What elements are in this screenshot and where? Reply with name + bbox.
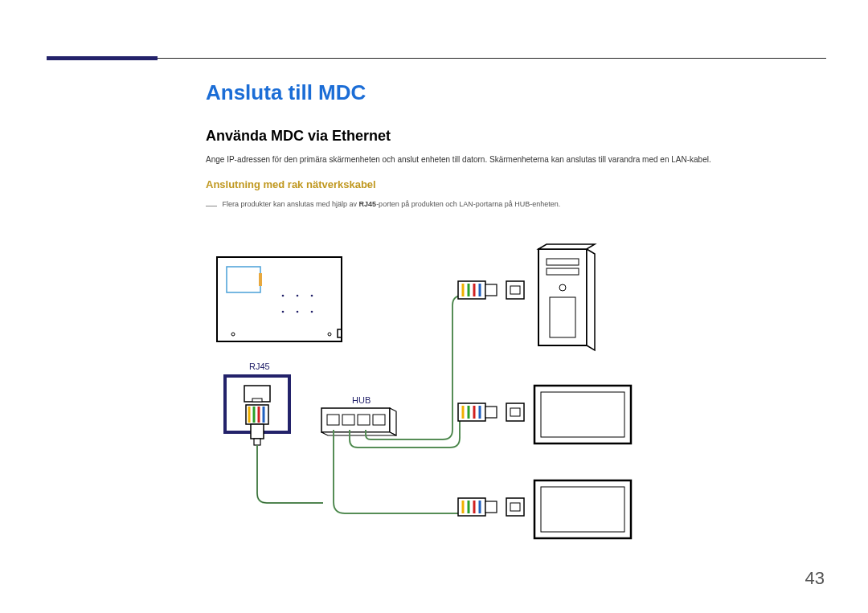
monitor-back-icon [217, 257, 342, 341]
note-text-post: -porten på produkten och LAN-portarna på… [376, 200, 560, 208]
svg-rect-58 [541, 487, 624, 532]
rj45-connector-pc-icon [458, 281, 524, 299]
note-text-bold: RJ45 [359, 200, 377, 208]
svg-rect-1 [227, 267, 260, 292]
label-rj45: RJ45 [249, 362, 270, 371]
svg-point-5 [311, 295, 313, 297]
footnote: ― Flera produkter kan anslutas med hjälp… [206, 198, 826, 211]
svg-point-29 [559, 284, 566, 291]
svg-rect-19 [251, 424, 264, 439]
dash-icon: ― [206, 198, 217, 211]
svg-rect-46 [510, 408, 520, 416]
svg-point-9 [231, 333, 235, 336]
rj45-plug-icon [246, 405, 268, 445]
svg-rect-25 [373, 415, 385, 425]
page-number: 43 [805, 568, 825, 589]
diagram-svg [217, 249, 667, 570]
svg-rect-22 [327, 415, 339, 425]
svg-rect-44 [485, 407, 497, 418]
svg-rect-20 [254, 439, 260, 445]
svg-rect-56 [510, 503, 520, 511]
svg-rect-48 [541, 392, 624, 437]
heading-1: Ansluta till MDC [206, 80, 826, 105]
display-2-icon [534, 480, 631, 538]
note-text-pre: Flera produkter kan anslutas med hjälp a… [223, 200, 359, 208]
pc-tower-icon [538, 244, 595, 350]
intro-paragraph: Ange IP-adressen för den primära skärmen… [206, 154, 826, 166]
header-accent [47, 56, 158, 60]
svg-point-7 [297, 311, 299, 313]
svg-rect-28 [547, 268, 579, 275]
svg-rect-36 [485, 284, 497, 296]
header-rule [47, 58, 826, 59]
svg-point-10 [328, 333, 331, 336]
svg-rect-54 [485, 501, 497, 513]
svg-rect-27 [547, 259, 579, 265]
rj45-connector-d1-icon [458, 403, 524, 421]
heading-2: Använda MDC via Ethernet [206, 128, 826, 145]
svg-point-4 [297, 295, 299, 297]
svg-point-6 [282, 311, 285, 313]
content-area: Ansluta till MDC Använda MDC via Etherne… [206, 80, 826, 219]
svg-rect-38 [510, 286, 520, 294]
display-1-icon [534, 386, 631, 443]
svg-point-8 [311, 311, 313, 313]
cable-to-display3 [334, 430, 469, 513]
hub-icon [321, 408, 396, 435]
label-hub: HUB [352, 395, 371, 405]
svg-rect-23 [342, 415, 354, 425]
svg-rect-24 [358, 415, 370, 425]
svg-point-3 [282, 295, 285, 297]
svg-rect-30 [550, 297, 575, 337]
cable-1 [257, 445, 323, 503]
connection-diagram: RJ45 HUB [217, 249, 667, 570]
svg-rect-0 [217, 257, 342, 341]
svg-rect-13 [252, 398, 262, 402]
rj45-connector-d2-icon [458, 498, 524, 516]
heading-3: Anslutning med rak nätverkskabel [206, 178, 826, 190]
